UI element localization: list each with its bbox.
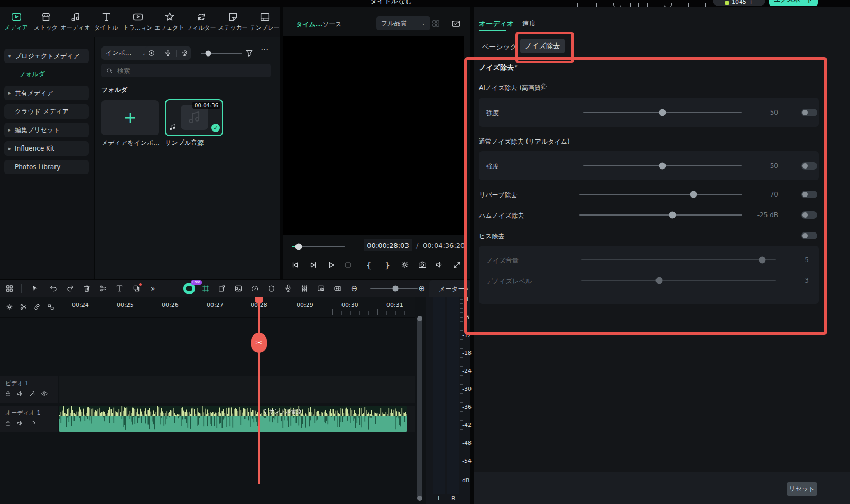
ai-strength-handle[interactable] bbox=[659, 109, 666, 116]
video-track-header[interactable]: ビデオ 1 bbox=[0, 376, 58, 403]
audio-mixer-icon[interactable] bbox=[298, 282, 311, 295]
subtab-denoise[interactable]: ノイズ除去 bbox=[520, 39, 565, 53]
audio-clip[interactable]: ♫ サンプル音源 bbox=[59, 406, 407, 432]
sidebar-item-shared-media[interactable]: ▸ 共有メディア bbox=[4, 86, 89, 100]
timeline-settings-icon[interactable] bbox=[3, 301, 16, 313]
reset-button[interactable]: リセット bbox=[787, 482, 817, 496]
undo-icon[interactable] bbox=[47, 282, 60, 295]
grid-view-icon[interactable] bbox=[3, 282, 16, 295]
credits-badge[interactable]: 1045 + bbox=[713, 0, 765, 6]
denoise-level-handle[interactable] bbox=[656, 277, 663, 284]
multiview-icon[interactable] bbox=[431, 19, 440, 28]
quality-dropdown[interactable]: フル品質 ⌄ bbox=[376, 16, 430, 30]
preview-tab-timeline[interactable]: タイム... bbox=[296, 20, 323, 29]
hide-track-icon[interactable] bbox=[41, 390, 48, 397]
subtab-basic[interactable]: ベーシック bbox=[482, 42, 517, 52]
titlebar-icon[interactable] bbox=[681, 3, 689, 7]
section-collapse-icon[interactable]: ▾ bbox=[515, 63, 518, 69]
crop-tool-icon[interactable] bbox=[199, 282, 212, 295]
caret-right-icon[interactable]: ▸ bbox=[4, 127, 15, 133]
mark-out-button[interactable]: } bbox=[381, 258, 394, 271]
normal-strength-handle[interactable] bbox=[659, 163, 666, 170]
video-viewport[interactable] bbox=[283, 36, 464, 235]
sidebar-item-project-media[interactable]: ▾ プロジェクトメディア bbox=[4, 49, 89, 63]
playback-settings-button[interactable] bbox=[399, 258, 411, 271]
track-wand-icon[interactable] bbox=[29, 419, 36, 427]
ai-strength-toggle[interactable] bbox=[801, 109, 817, 116]
tab-audio[interactable]: オーディオ bbox=[60, 7, 90, 36]
video-track-lane[interactable] bbox=[59, 376, 415, 403]
import-media-tile[interactable]: + bbox=[101, 100, 159, 135]
titlebar-icon[interactable] bbox=[613, 3, 621, 7]
image-tool-icon[interactable] bbox=[232, 282, 245, 295]
search-box[interactable] bbox=[101, 64, 271, 77]
help-icon[interactable] bbox=[540, 83, 547, 90]
import-dropdown[interactable]: インポ... ⌄ bbox=[101, 46, 150, 60]
sidebar-item-cloud-media[interactable]: クラウド メディア bbox=[4, 104, 89, 119]
filter-funnel-icon[interactable] bbox=[245, 49, 254, 58]
tab-speed-properties[interactable]: 速度 bbox=[522, 19, 536, 29]
snapshot-button[interactable] bbox=[416, 258, 429, 271]
prev-frame-button[interactable] bbox=[289, 258, 301, 271]
sidebar-item-edit-presets[interactable]: ▸ 編集プリセット bbox=[4, 123, 89, 137]
titlebar-icon[interactable] bbox=[698, 3, 706, 7]
quick-split-icon[interactable] bbox=[17, 301, 30, 313]
marker-icon[interactable] bbox=[265, 282, 278, 295]
export-button[interactable]: エクスポート bbox=[769, 0, 818, 6]
timeline-zoom-out-icon[interactable]: ⊖ bbox=[348, 282, 361, 295]
speed-tool-icon[interactable] bbox=[248, 282, 261, 295]
normal-strength-toggle[interactable] bbox=[801, 162, 817, 170]
stop-button[interactable] bbox=[341, 258, 354, 271]
preview-scrubber[interactable] bbox=[292, 246, 345, 247]
mute-button[interactable] bbox=[433, 258, 446, 271]
hiss-toggle[interactable] bbox=[801, 232, 817, 239]
meter-collapse-icon[interactable]: ▲ bbox=[465, 286, 468, 291]
audio-track-header[interactable]: オーディオ 1 bbox=[0, 406, 58, 432]
lock-icon[interactable] bbox=[4, 419, 12, 427]
select-tool-icon[interactable] bbox=[29, 282, 41, 295]
sidebar-item-folder[interactable]: フォルダ bbox=[19, 70, 45, 79]
tab-stickers[interactable]: ステッカー bbox=[218, 7, 248, 36]
titlebar-icon[interactable] bbox=[630, 3, 639, 7]
sidebar-item-photos-library[interactable]: Photos Library bbox=[4, 160, 89, 174]
playhead-line[interactable] bbox=[258, 298, 260, 484]
link-clips-icon[interactable] bbox=[31, 301, 43, 313]
caret-down-icon[interactable]: ▾ bbox=[4, 53, 15, 59]
tab-effects[interactable]: エフェクト bbox=[154, 7, 184, 36]
tab-templates[interactable]: テンプレー bbox=[250, 7, 280, 36]
scrubber-handle[interactable] bbox=[295, 243, 302, 250]
mic-record-icon[interactable] bbox=[164, 49, 172, 57]
audio-media-tile[interactable]: 00:04:36 ✓ bbox=[165, 99, 223, 136]
redo-icon[interactable] bbox=[64, 282, 77, 295]
tab-audio-properties[interactable]: オーディオ bbox=[479, 19, 514, 29]
tab-titles[interactable]: タイトル bbox=[91, 7, 121, 36]
credits-add[interactable]: + bbox=[749, 0, 753, 5]
webcam-record-icon[interactable] bbox=[181, 49, 189, 57]
voiceover-icon[interactable] bbox=[282, 282, 294, 295]
tab-stock[interactable]: ストック bbox=[31, 7, 61, 36]
delete-icon[interactable] bbox=[80, 282, 93, 295]
meter-header[interactable]: メーター ▲ bbox=[429, 280, 470, 297]
hum-toggle[interactable] bbox=[801, 211, 817, 219]
noise-volume-handle[interactable] bbox=[759, 257, 766, 264]
scope-icon[interactable] bbox=[451, 19, 461, 29]
timeline-zoom-handle[interactable] bbox=[392, 286, 398, 292]
titlebar-icon[interactable] bbox=[596, 3, 604, 7]
tab-filters[interactable]: フィルター bbox=[186, 7, 216, 36]
export-frame-icon[interactable] bbox=[216, 282, 228, 295]
normal-strength-slider[interactable] bbox=[583, 165, 742, 166]
text-tool-icon[interactable] bbox=[113, 282, 126, 295]
more-tools-icon[interactable]: » bbox=[146, 282, 159, 295]
sidebar-item-influence-kit[interactable]: ▸ Influence Kit bbox=[4, 141, 89, 156]
timeline-ruler[interactable]: 00:24 00:25 00:26 00:27 00:28 00:29 00:3… bbox=[0, 297, 415, 318]
screen-record-icon[interactable] bbox=[147, 49, 155, 57]
track-wand-icon[interactable] bbox=[29, 390, 36, 397]
caret-right-icon[interactable]: ▸ bbox=[4, 90, 15, 96]
reverb-slider[interactable] bbox=[579, 194, 742, 195]
noise-volume-slider[interactable] bbox=[581, 259, 776, 260]
titlebar-icon[interactable] bbox=[577, 3, 585, 7]
mute-track-icon[interactable] bbox=[16, 419, 24, 427]
hum-handle[interactable] bbox=[669, 212, 676, 219]
timeline-zoom-slider[interactable] bbox=[370, 288, 418, 289]
mute-track-icon[interactable] bbox=[16, 390, 24, 397]
